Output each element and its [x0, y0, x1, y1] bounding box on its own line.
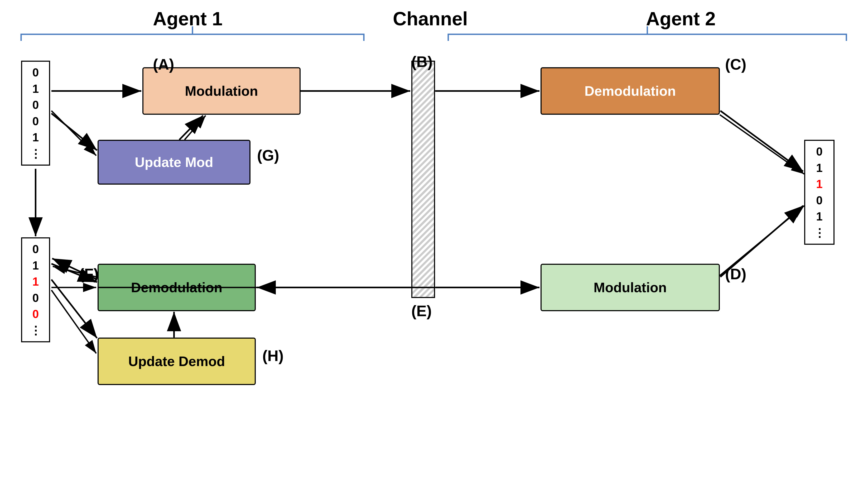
svg-line-22 — [179, 116, 203, 140]
label-C: (C) — [725, 55, 746, 73]
agent2-title: Agent 2 — [646, 8, 716, 30]
label-G: (G) — [257, 146, 279, 164]
modulation-box-D: Modulation — [540, 264, 720, 311]
input-bit-box: 0 1 0 0 1 ⋮ — [21, 61, 50, 165]
label-A: (A) — [153, 55, 174, 73]
svg-line-5 — [52, 111, 96, 156]
label-H: (H) — [262, 347, 284, 365]
svg-line-21 — [52, 114, 97, 150]
demodulation-box-F: Demodulation — [98, 264, 256, 311]
update-mod-box-G: Update Mod — [98, 140, 250, 185]
update-demod-box-H: Update Demod — [98, 338, 256, 385]
label-F: (F) — [79, 265, 99, 283]
svg-line-15 — [720, 115, 804, 174]
channel-title: Channel — [393, 8, 468, 30]
modulation-box-A: Modulation — [143, 67, 301, 115]
label-E: (E) — [411, 302, 432, 319]
label-D: (D) — [725, 265, 746, 283]
svg-line-6 — [185, 116, 206, 140]
svg-line-9 — [52, 290, 96, 354]
agent2-output-bit-box: 0 1 1 0 1 ⋮ — [804, 140, 835, 245]
agent1-title: Agent 1 — [153, 8, 222, 30]
demodulation-box-C: Demodulation — [540, 67, 720, 115]
agent1-output-bit-box: 0 1 1 0 0 ⋮ — [21, 237, 50, 342]
svg-line-30 — [720, 111, 803, 172]
svg-line-25 — [52, 280, 97, 338]
channel-box-B — [411, 61, 435, 298]
label-B: (B) — [411, 53, 433, 70]
